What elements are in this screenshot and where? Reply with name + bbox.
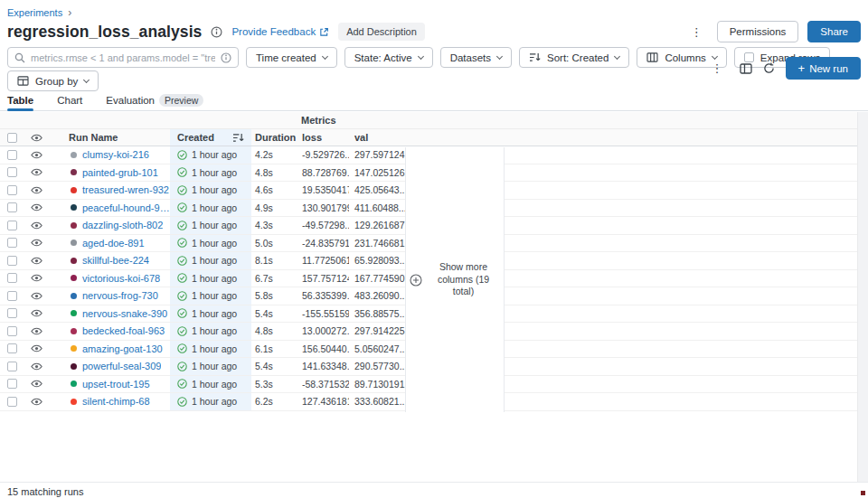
- val-column-header[interactable]: val: [349, 129, 405, 146]
- row-checkbox[interactable]: [7, 397, 17, 407]
- run-val-value: 297.914225...: [349, 323, 405, 340]
- run-duration: 5.4s: [251, 358, 298, 375]
- experiment-info-icon[interactable]: [211, 26, 222, 38]
- group-by-selector[interactable]: Group by: [7, 70, 99, 91]
- run-created-text: 1 hour ago: [192, 290, 237, 301]
- run-val-value: 425.05643...: [349, 182, 405, 199]
- run-name-link[interactable]: powerful-seal-309: [82, 361, 161, 371]
- row-visibility-icon[interactable]: [25, 376, 49, 393]
- row-visibility-icon[interactable]: [25, 164, 49, 182]
- row-checkbox[interactable]: [7, 273, 17, 283]
- show-more-columns-button[interactable]: Show more columns (19 total): [405, 147, 505, 412]
- run-name-link[interactable]: peaceful-hound-944: [82, 202, 170, 213]
- share-button[interactable]: Share: [807, 21, 861, 42]
- duration-column-header[interactable]: Duration: [251, 129, 298, 146]
- sort-selector[interactable]: Sort: Created: [519, 47, 629, 68]
- datasets-filter[interactable]: Datasets: [440, 47, 512, 68]
- run-name-link[interactable]: nervous-snake-390: [82, 308, 167, 319]
- run-duration: 4.8s: [251, 164, 298, 182]
- run-name-link[interactable]: dazzling-sloth-802: [82, 220, 163, 230]
- run-created-cell: 1 hour ago: [170, 376, 251, 393]
- row-checkbox[interactable]: [7, 185, 17, 195]
- run-name-link[interactable]: skillful-bee-224: [82, 255, 149, 266]
- time-created-label: Time created: [256, 52, 316, 63]
- run-name-link[interactable]: silent-chimp-68: [82, 396, 150, 407]
- breadcrumb-chevron-icon: ›: [68, 7, 71, 18]
- row-checkbox[interactable]: [7, 256, 17, 266]
- refresh-icon[interactable]: [763, 62, 775, 74]
- row-visibility-icon[interactable]: [25, 235, 49, 252]
- row-checkbox[interactable]: [7, 221, 17, 230]
- run-name-link[interactable]: amazing-goat-130: [82, 343, 163, 354]
- run-val-value: 89.7130191...: [349, 376, 405, 393]
- state-filter[interactable]: State: Active: [344, 47, 433, 68]
- run-created-text: 1 hour ago: [192, 308, 237, 319]
- run-created-cell: 1 hour ago: [170, 182, 251, 199]
- run-name-link[interactable]: victorious-koi-678: [82, 273, 160, 284]
- created-column-header[interactable]: Created: [170, 129, 251, 146]
- new-run-button[interactable]: + New run: [786, 57, 861, 80]
- row-visibility-icon[interactable]: [25, 393, 49, 410]
- metrics-group-header: Metrics: [0, 112, 857, 129]
- permissions-button[interactable]: Permissions: [717, 21, 799, 42]
- run-status-check-icon: [177, 273, 187, 283]
- row-checkbox[interactable]: [7, 308, 17, 318]
- row-checkbox[interactable]: [7, 202, 17, 212]
- page-title: regression_loss_analysis: [7, 23, 202, 42]
- row-checkbox[interactable]: [7, 238, 17, 248]
- run-loss-value: -24.835791...: [298, 235, 349, 252]
- run-duration: 4.9s: [251, 200, 298, 217]
- query-info-icon[interactable]: [221, 52, 231, 63]
- search-input[interactable]: [31, 52, 215, 63]
- run-val-value: 411.60488...: [349, 200, 405, 217]
- select-all-checkbox[interactable]: [7, 133, 17, 143]
- side-panel-icon[interactable]: [740, 63, 752, 74]
- visibility-column-icon[interactable]: [25, 129, 49, 146]
- row-checkbox[interactable]: [7, 326, 17, 336]
- run-name-column-header[interactable]: Run Name: [49, 129, 170, 146]
- table-more-options-icon[interactable]: ⋮: [706, 61, 729, 76]
- created-sort-icon[interactable]: [232, 133, 244, 143]
- add-description-button[interactable]: Add Description: [338, 23, 425, 41]
- vertical-scrollbar[interactable]: [857, 112, 868, 482]
- run-val-value: 231.746681...: [349, 235, 405, 252]
- tab-table[interactable]: Table: [7, 93, 33, 110]
- run-status-check-icon: [177, 291, 187, 301]
- run-name-link[interactable]: clumsy-koi-216: [82, 149, 149, 160]
- provide-feedback-link[interactable]: Provide Feedback: [231, 26, 329, 37]
- row-visibility-icon[interactable]: [25, 182, 49, 199]
- breadcrumb-experiments-link[interactable]: Experiments: [7, 7, 62, 18]
- row-checkbox[interactable]: [7, 379, 17, 389]
- row-visibility-icon[interactable]: [25, 287, 49, 305]
- row-checkbox[interactable]: [7, 291, 17, 301]
- provide-feedback-label: Provide Feedback: [231, 26, 316, 37]
- tab-evaluation[interactable]: Evaluation Preview: [106, 93, 203, 110]
- row-visibility-icon[interactable]: [25, 323, 49, 340]
- row-visibility-icon[interactable]: [25, 305, 49, 323]
- run-status-check-icon: [177, 150, 187, 160]
- row-visibility-icon[interactable]: [25, 270, 49, 287]
- row-checkbox[interactable]: [7, 167, 17, 177]
- row-checkbox[interactable]: [7, 362, 17, 371]
- run-name-link[interactable]: bedecked-foal-963: [82, 325, 165, 336]
- search-box[interactable]: [7, 47, 239, 68]
- tab-chart[interactable]: Chart: [57, 93, 82, 110]
- header-more-options-icon[interactable]: ⋮: [685, 24, 708, 40]
- row-checkbox[interactable]: [7, 150, 17, 160]
- run-name-link[interactable]: aged-doe-891: [82, 238, 145, 249]
- run-color-dot: [71, 328, 77, 334]
- row-visibility-icon[interactable]: [25, 252, 49, 269]
- row-checkbox[interactable]: [7, 343, 17, 353]
- time-created-filter[interactable]: Time created: [246, 47, 337, 68]
- row-visibility-icon[interactable]: [25, 146, 49, 164]
- loss-column-header[interactable]: loss: [298, 129, 349, 146]
- run-name-link[interactable]: nervous-frog-730: [82, 290, 158, 301]
- run-name-link[interactable]: painted-grub-101: [82, 167, 158, 178]
- run-name-link[interactable]: upset-trout-195: [82, 379, 150, 390]
- row-visibility-icon[interactable]: [25, 341, 49, 358]
- row-visibility-icon[interactable]: [25, 217, 49, 234]
- row-visibility-icon[interactable]: [25, 200, 49, 217]
- run-status-check-icon: [177, 221, 187, 230]
- row-visibility-icon[interactable]: [25, 358, 49, 375]
- run-name-link[interactable]: treasured-wren-932: [82, 184, 169, 195]
